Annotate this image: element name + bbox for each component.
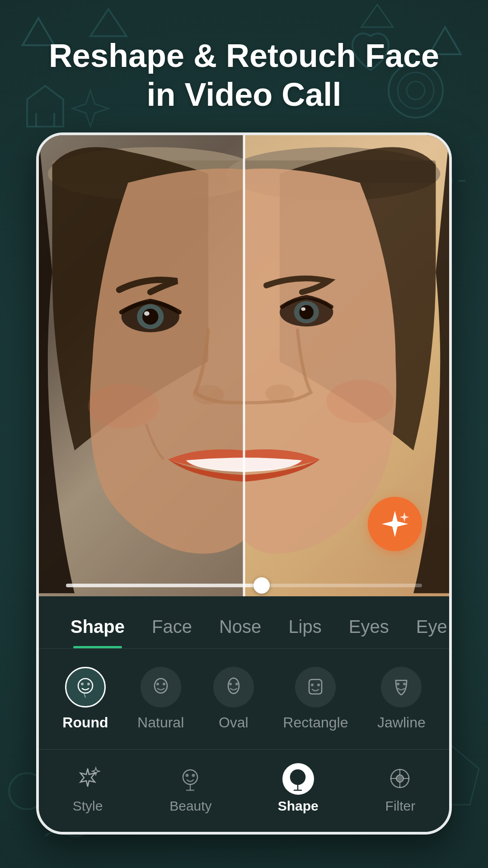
svg-point-46 xyxy=(183,770,197,784)
svg-point-44 xyxy=(397,683,399,685)
nav-item-shape[interactable]: Shape xyxy=(269,759,328,818)
beauty-label: Beauty xyxy=(169,798,211,814)
svg-point-22 xyxy=(142,308,159,325)
nav-item-beauty[interactable]: Beauty xyxy=(160,759,221,818)
slider-track xyxy=(66,584,422,587)
svg-point-52 xyxy=(293,774,296,777)
svg-point-57 xyxy=(396,775,404,782)
svg-point-42 xyxy=(311,684,314,686)
image-area xyxy=(39,135,449,596)
svg-point-53 xyxy=(300,774,303,777)
jawline-label: Jawline xyxy=(377,714,426,731)
shape-option-jawline[interactable]: Jawline xyxy=(368,662,435,736)
shape-nav-icon xyxy=(282,763,314,795)
header: Reshape & Retouch Face in Video Call xyxy=(0,0,488,132)
shape-option-rectangle[interactable]: Rectangle xyxy=(274,662,357,736)
filter-label: Filter xyxy=(385,798,416,814)
round-label: Round xyxy=(62,714,108,731)
svg-point-26 xyxy=(299,305,314,320)
jawline-icon xyxy=(381,667,422,708)
bottom-panel: Shape Face Nose Lips Eyes Eye xyxy=(39,596,449,832)
svg-point-34 xyxy=(87,683,90,685)
bottom-navigation: Style Beauty xyxy=(39,749,449,832)
filter-icon xyxy=(385,763,416,795)
tab-nose[interactable]: Nose xyxy=(206,610,275,644)
tab-shape[interactable]: Shape xyxy=(57,610,138,644)
natural-icon xyxy=(141,667,181,708)
slider-fill xyxy=(66,584,262,587)
category-tabs: Shape Face Nose Lips Eyes Eye xyxy=(39,596,449,649)
nav-item-style[interactable]: Style xyxy=(63,759,113,818)
shape-option-round[interactable]: Round xyxy=(53,662,117,736)
page-title: Reshape & Retouch Face in Video Call xyxy=(0,36,488,114)
svg-point-48 xyxy=(192,774,195,777)
oval-label: Oval xyxy=(219,714,249,731)
svg-point-30 xyxy=(88,383,160,428)
svg-point-31 xyxy=(327,380,394,423)
svg-point-28 xyxy=(193,385,224,404)
svg-point-40 xyxy=(235,683,238,685)
svg-point-51 xyxy=(291,770,305,784)
phone-frame: Shape Face Nose Lips Eyes Eye xyxy=(36,132,452,835)
svg-rect-41 xyxy=(309,679,322,694)
svg-point-47 xyxy=(186,774,189,777)
style-icon xyxy=(72,763,103,795)
sparkle-button[interactable] xyxy=(368,497,422,551)
svg-point-32 xyxy=(78,679,93,693)
svg-point-29 xyxy=(265,384,294,402)
tab-eyebrows[interactable]: Eye xyxy=(403,610,449,644)
style-label: Style xyxy=(73,798,103,814)
svg-point-23 xyxy=(144,311,150,316)
svg-point-33 xyxy=(81,683,84,685)
oval-icon xyxy=(213,667,254,708)
tab-face[interactable]: Face xyxy=(138,610,206,644)
shape-nav-label: Shape xyxy=(278,798,319,814)
shape-option-oval[interactable]: Oval xyxy=(204,662,263,736)
svg-point-45 xyxy=(403,683,406,685)
rectangle-icon xyxy=(295,667,336,708)
svg-point-38 xyxy=(228,678,239,693)
tab-lips[interactable]: Lips xyxy=(275,610,335,644)
svg-point-43 xyxy=(317,684,320,686)
nav-item-filter[interactable]: Filter xyxy=(375,759,425,818)
slider-thumb[interactable] xyxy=(253,577,270,594)
before-after-slider[interactable] xyxy=(66,584,422,587)
round-icon xyxy=(65,667,106,708)
beauty-icon xyxy=(175,763,206,795)
shape-options-list: Round Natural xyxy=(39,649,449,749)
natural-label: Natural xyxy=(137,714,184,731)
svg-point-37 xyxy=(163,683,165,685)
tab-eyes[interactable]: Eyes xyxy=(335,610,403,644)
svg-point-36 xyxy=(156,683,159,685)
svg-point-27 xyxy=(301,307,305,311)
svg-point-39 xyxy=(229,683,232,685)
split-divider xyxy=(243,135,245,596)
rectangle-label: Rectangle xyxy=(283,714,348,731)
svg-point-35 xyxy=(155,679,167,693)
shape-option-natural[interactable]: Natural xyxy=(128,662,193,736)
